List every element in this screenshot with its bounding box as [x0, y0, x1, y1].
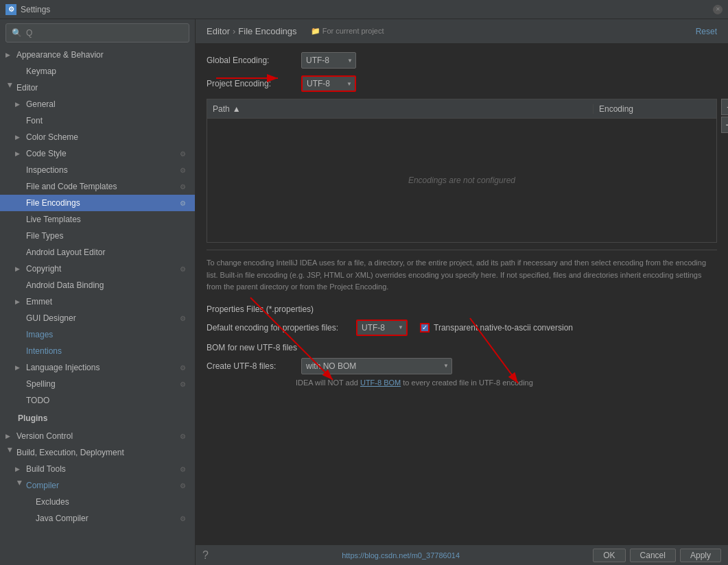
sort-icon: ▲	[233, 104, 241, 114]
sidebar-item-language-injections[interactable]: ▶ Language Injections ⚙	[0, 359, 195, 376]
arrow-icon: ▶	[7, 448, 14, 457]
sidebar-item-intentions[interactable]: Intentions	[0, 343, 195, 359]
close-btn[interactable]: ✕	[713, 5, 723, 14]
transparent-conversion-label: Transparent native-to-ascii conversion	[434, 323, 573, 333]
sidebar-item-label: Inspections	[26, 165, 68, 175]
apply-button[interactable]: Apply	[680, 549, 721, 562]
sidebar-item-android-data[interactable]: Android Data Binding	[0, 277, 195, 293]
properties-section-title: Properties Files (*.properties)	[207, 304, 717, 314]
utf8-bom-link[interactable]: UTF-8 BOM	[360, 378, 401, 387]
sidebar-item-code-style[interactable]: ▶ Code Style ⚙	[0, 145, 195, 162]
breadcrumb-current: File Encodings	[238, 26, 296, 36]
sidebar-item-font[interactable]: Font	[0, 112, 195, 129]
sidebar-item-label: Language Injections	[26, 363, 99, 372]
project-encoding-dropdown[interactable]: UTF-8 ▼	[301, 75, 356, 92]
sidebar-item-label: Editor	[16, 83, 38, 93]
sidebar-item-version-control[interactable]: ▶ Version Control ⚙	[0, 428, 195, 444]
dropdown-arrow-icon: ▼	[398, 324, 403, 330]
settings-icon: ⚙	[180, 167, 189, 174]
table-col-encoding[interactable]: Encoding	[593, 104, 716, 114]
bom-section-title: BOM for new UTF-8 files	[207, 343, 717, 352]
sidebar-item-label: General	[26, 99, 56, 109]
titlebar: ⚙ Settings ✕	[0, 0, 728, 19]
table-col-path[interactable]: Path ▲	[207, 104, 593, 114]
sidebar-item-appearance[interactable]: ▶ Appearance & Behavior	[0, 47, 195, 63]
sidebar-item-label: Version Control	[16, 431, 73, 441]
sidebar-item-keymap[interactable]: Keymap	[0, 63, 195, 80]
sidebar-item-label: Appearance & Behavior	[16, 50, 104, 60]
content-header: Editor › File Encodings 📁 For current pr…	[196, 19, 728, 44]
sidebar-item-file-types[interactable]: File Types	[0, 228, 195, 244]
sidebar-item-android-layout[interactable]: Android Layout Editor	[0, 244, 195, 261]
transparent-conversion-row: ✓ Transparent native-to-ascii conversion	[420, 323, 573, 333]
sidebar-item-file-encodings[interactable]: File Encodings ⚙	[0, 195, 195, 211]
global-encoding-dropdown[interactable]: UTF-8 ▼	[301, 52, 356, 69]
arrow-icon: ▶	[5, 433, 15, 440]
bottom-help[interactable]: ?	[202, 549, 209, 562]
remove-encoding-button[interactable]: −	[721, 117, 728, 133]
sidebar-item-general[interactable]: ▶ General	[0, 96, 195, 112]
sidebar-item-label: Images	[26, 330, 53, 339]
sidebar-section-plugins[interactable]: Plugins	[0, 409, 195, 428]
arrow-icon: ▶	[16, 481, 23, 490]
sidebar-item-label: Java Compiler	[36, 514, 89, 523]
add-encoding-button[interactable]: +	[721, 99, 728, 115]
sidebar-item-label: TODO	[26, 396, 49, 405]
sidebar-item-live-templates[interactable]: Live Templates	[0, 211, 195, 228]
sidebar-item-label: Excludes	[36, 497, 69, 507]
props-encoding-label: Default encoding for properties files:	[207, 323, 351, 333]
sidebar-item-emmet[interactable]: ▶ Emmet	[0, 293, 195, 310]
check-icon: ✓	[422, 324, 427, 331]
search-box[interactable]: 🔍 Q	[5, 23, 189, 43]
sidebar-item-file-code-templates[interactable]: File and Code Templates ⚙	[0, 178, 195, 195]
dropdown-arrow-icon: ▼	[443, 363, 449, 369]
create-utf8-row: Create UTF-8 files: with NO BOM ▼	[207, 358, 717, 374]
sidebar-item-images[interactable]: Images	[0, 326, 195, 343]
content-body: Global Encoding: UTF-8 ▼ Project Encodin…	[196, 44, 728, 544]
sidebar-item-label: Android Data Binding	[26, 280, 104, 290]
reset-button[interactable]: Reset	[696, 27, 717, 36]
sidebar-section-label: Plugins	[18, 413, 47, 423]
sidebar-item-compiler[interactable]: ▶ Compiler ⚙	[0, 477, 195, 494]
arrow-icon: ▶	[5, 51, 15, 58]
sidebar-item-copyright[interactable]: ▶ Copyright ⚙	[0, 261, 195, 277]
dropdown-arrow-icon: ▼	[347, 81, 352, 87]
settings-icon: ⚙	[180, 150, 189, 158]
sidebar-item-gui-designer[interactable]: GUI Designer ⚙	[0, 310, 195, 326]
sidebar-item-editor[interactable]: ▶ Editor	[0, 80, 195, 96]
breadcrumb: Editor › File Encodings	[207, 26, 297, 36]
sidebar-item-label: Copyright	[26, 264, 61, 274]
arrow-icon: ▶	[15, 265, 25, 272]
app-icon: ⚙	[5, 4, 16, 15]
ok-button[interactable]: OK	[593, 549, 625, 562]
props-encoding-dropdown[interactable]: UTF-8 ▼	[356, 320, 408, 336]
sidebar-item-excludes[interactable]: Excludes	[0, 494, 195, 510]
sidebar-item-label: File and Code Templates	[26, 182, 117, 191]
main-container: 🔍 Q ▶ Appearance & Behavior Keymap ▶ Edi…	[0, 19, 728, 565]
sidebar-item-build-tools[interactable]: ▶ Build Tools ⚙	[0, 461, 195, 477]
encoding-table-wrapper: Path ▲ Encoding Encodings are not config…	[207, 99, 717, 243]
transparent-conversion-checkbox[interactable]: ✓	[420, 323, 430, 333]
breadcrumb-editor: Editor	[207, 26, 230, 36]
arrow-icon: ▶	[15, 364, 25, 371]
settings-icon: ⚙	[180, 466, 189, 473]
sidebar-item-build-execution[interactable]: ▶ Build, Execution, Deployment	[0, 444, 195, 461]
cancel-button[interactable]: Cancel	[630, 549, 676, 562]
arrow-icon: ▶	[15, 134, 25, 141]
create-utf8-dropdown[interactable]: with NO BOM ▼	[301, 358, 452, 374]
sidebar-item-color-scheme[interactable]: ▶ Color Scheme	[0, 129, 195, 145]
project-encoding-value: UTF-8	[307, 79, 330, 88]
sidebar-item-inspections[interactable]: Inspections ⚙	[0, 162, 195, 178]
arrow-icon: ▶	[7, 83, 14, 93]
settings-icon: ⚙	[180, 482, 189, 490]
sidebar-item-label: Keymap	[26, 67, 56, 76]
window-controls: ✕	[713, 5, 723, 14]
sidebar-item-label: Code Style	[26, 149, 67, 158]
sidebar-item-java-compiler[interactable]: Java Compiler ⚙	[0, 510, 195, 527]
settings-icon: ⚙	[180, 364, 189, 372]
encoding-info-text: To change encoding IntelliJ IDEA uses fo…	[207, 250, 717, 293]
content-panel: Editor › File Encodings 📁 For current pr…	[196, 19, 728, 565]
sidebar-item-label: Color Scheme	[26, 132, 78, 142]
sidebar-item-todo[interactable]: TODO	[0, 392, 195, 409]
sidebar-item-spelling[interactable]: Spelling ⚙	[0, 376, 195, 392]
